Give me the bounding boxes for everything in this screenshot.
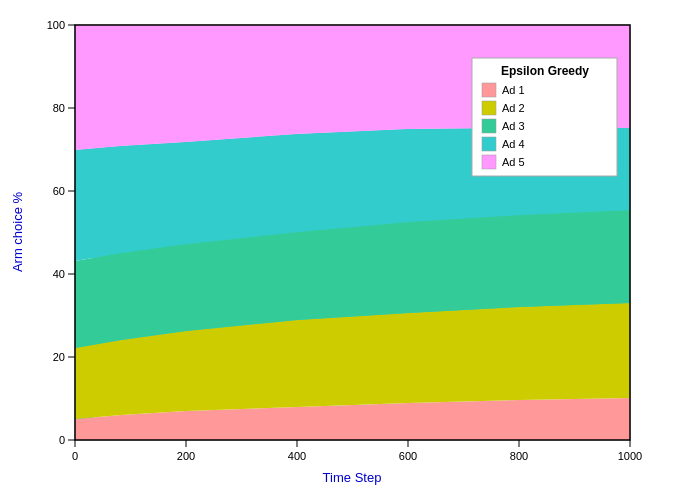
- x-axis-label: Time Step: [323, 470, 382, 485]
- x-label-400: 400: [288, 450, 306, 462]
- y-label-60: 60: [53, 185, 65, 197]
- y-label-80: 80: [53, 102, 65, 114]
- y-axis-label: Arm choice %: [10, 191, 25, 272]
- x-label-0: 0: [72, 450, 78, 462]
- legend-label-ad5: Ad 5: [502, 156, 525, 168]
- legend-color-ad3: [482, 119, 496, 133]
- y-label-20: 20: [53, 351, 65, 363]
- x-label-800: 800: [510, 450, 528, 462]
- legend-color-ad5: [482, 155, 496, 169]
- legend-color-ad2: [482, 101, 496, 115]
- legend-color-ad1: [482, 83, 496, 97]
- legend-label-ad2: Ad 2: [502, 102, 525, 114]
- y-label-0: 0: [59, 434, 65, 446]
- legend-label-ad1: Ad 1: [502, 84, 525, 96]
- x-label-200: 200: [177, 450, 195, 462]
- legend-title: Epsilon Greedy: [501, 64, 589, 78]
- x-label-600: 600: [399, 450, 417, 462]
- y-label-100: 100: [47, 19, 65, 31]
- x-label-1000: 1000: [618, 450, 642, 462]
- legend-color-ad4: [482, 137, 496, 151]
- y-label-40: 40: [53, 268, 65, 280]
- chart-container: 0 200 400 600 800 1000 0 20 40 60 80: [10, 10, 690, 490]
- legend-label-ad4: Ad 4: [502, 138, 525, 150]
- legend-label-ad3: Ad 3: [502, 120, 525, 132]
